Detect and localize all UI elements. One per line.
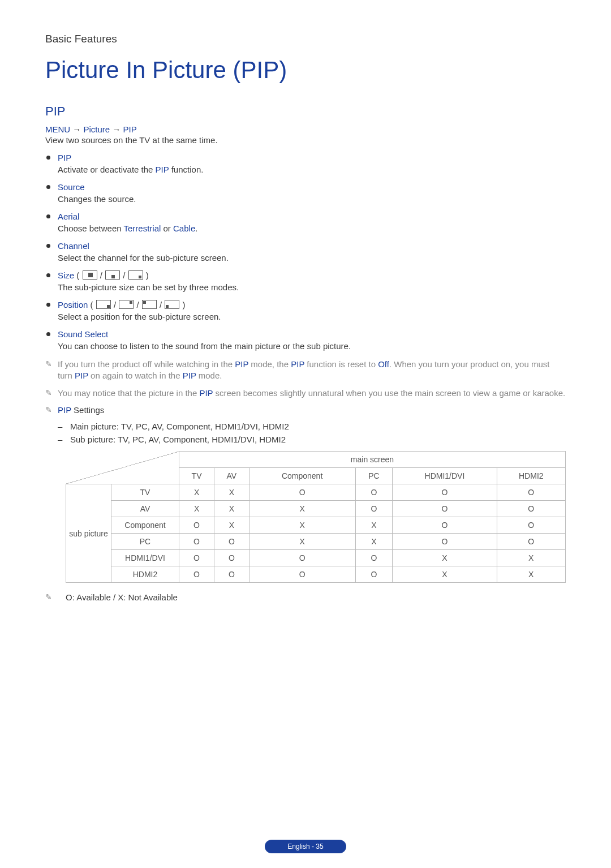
col-header: Component	[249, 468, 355, 484]
row-header: AV	[111, 501, 179, 517]
page-content: Basic Features Picture In Picture (PIP) …	[0, 0, 611, 603]
option-label: Channel	[58, 241, 89, 251]
note-power-off: If you turn the product off while watchi…	[45, 359, 566, 382]
row-header: HDMI1/DVI	[111, 550, 179, 566]
col-header: HDMI2	[497, 468, 565, 484]
option-size: Size ( / / ) The sub-picture size can be…	[45, 270, 566, 292]
size-icon-medium	[105, 270, 120, 280]
main-screen-header: main screen	[179, 452, 566, 468]
size-icons: ( / / )	[76, 270, 148, 280]
size-icon-small	[128, 270, 143, 280]
row-header: PC	[111, 534, 179, 550]
compatibility-table: main screen TV AV Component PC HDMI1/DVI…	[66, 451, 566, 583]
option-source: Source Changes the source.	[45, 182, 566, 204]
row-header: HDMI2	[111, 566, 179, 583]
arrow-icon: →	[112, 124, 123, 134]
table-row: HDMI1/DVI O O O O X X	[66, 550, 566, 566]
pip-heading: PIP	[45, 104, 566, 119]
section-tag: Basic Features	[45, 33, 566, 45]
option-desc: Select the channel for the sub-picture s…	[58, 253, 566, 263]
option-label: Size	[58, 270, 74, 280]
option-label: Position	[58, 300, 88, 310]
options-list: PIP Activate or deactivate the PIP funct…	[45, 153, 566, 351]
position-icons: ( / / / )	[91, 300, 186, 310]
size-icon-large	[83, 270, 97, 280]
page-title: Picture In Picture (PIP)	[45, 57, 566, 84]
option-desc: The sub-picture size can be set by three…	[58, 282, 566, 292]
col-header: TV	[179, 468, 214, 484]
option-desc: Select a position for the sub-picture sc…	[58, 312, 566, 321]
note-unnatural: You may notice that the picture in the P…	[45, 388, 566, 399]
sub-picture-header: sub picture	[66, 484, 111, 583]
page-number-pill: English - 35	[265, 840, 346, 853]
sub-picture-line: Sub picture: TV, PC, AV, Component, HDMI…	[45, 435, 566, 444]
option-pip: PIP Activate or deactivate the PIP funct…	[45, 153, 566, 174]
option-desc: Choose between Terrestrial or Cable.	[58, 224, 566, 233]
menu-path-picture: Picture	[84, 124, 110, 134]
option-aerial: Aerial Choose between Terrestrial or Cab…	[45, 212, 566, 233]
option-desc: Activate or deactivate the PIP function.	[58, 165, 566, 174]
option-label: Source	[58, 182, 85, 192]
col-header: HDMI1/DVI	[393, 468, 497, 484]
compatibility-table-wrap: main screen TV AV Component PC HDMI1/DVI…	[45, 451, 566, 583]
option-desc: You can choose to listen to the sound fr…	[58, 341, 566, 351]
col-header: PC	[355, 468, 393, 484]
arrow-icon: →	[72, 124, 83, 134]
position-icon-tr	[119, 300, 134, 309]
page-footer: English - 35	[0, 840, 611, 853]
option-label: Aerial	[58, 212, 79, 221]
table-legend: O: Available / X: Not Available	[45, 592, 566, 603]
note-pip-settings: PIP Settings	[45, 405, 566, 416]
col-header: AV	[214, 468, 249, 484]
option-label: PIP	[58, 153, 71, 162]
table-row: sub picture TV X X O O O O	[66, 484, 566, 501]
intro-text: View two sources on the TV at the same t…	[45, 135, 566, 145]
option-desc: Changes the source.	[58, 194, 566, 204]
position-icon-tl	[142, 300, 157, 309]
row-header: TV	[111, 484, 179, 501]
option-label: Sound Select	[58, 329, 108, 339]
table-row: AV X X X O O O	[66, 501, 566, 517]
table-corner	[66, 452, 179, 484]
option-sound-select: Sound Select You can choose to listen to…	[45, 329, 566, 351]
position-icon-br	[96, 300, 111, 309]
option-channel: Channel Select the channel for the sub-p…	[45, 241, 566, 263]
position-icon-bl	[165, 300, 179, 309]
table-row: PC O O X X O O	[66, 534, 566, 550]
menu-path: MENU → Picture → PIP	[45, 124, 566, 134]
menu-path-pip: PIP	[123, 124, 137, 134]
row-header: Component	[111, 517, 179, 534]
menu-path-menu: MENU	[45, 124, 70, 134]
table-row: HDMI2 O O O O X X	[66, 566, 566, 583]
table-row: Component O X X X O O	[66, 517, 566, 534]
main-picture-line: Main picture: TV, PC, AV, Component, HDM…	[45, 422, 566, 431]
option-position: Position ( / / / ) Select a position for…	[45, 300, 566, 321]
